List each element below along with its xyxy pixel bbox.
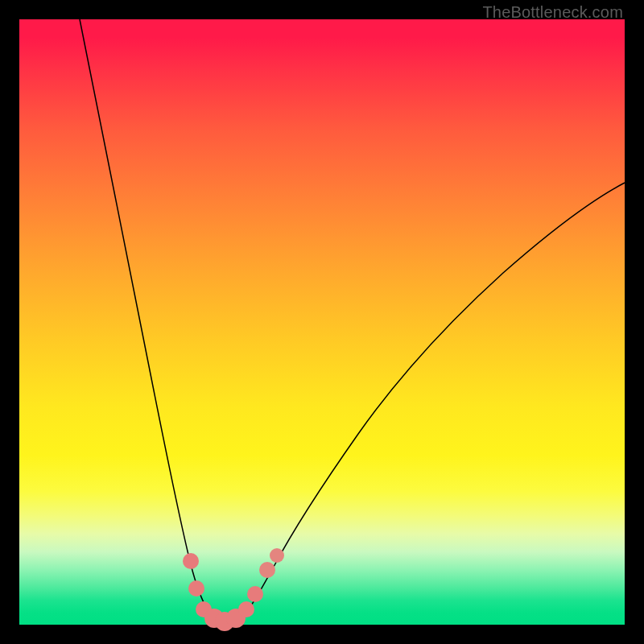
curve-markers [183,548,284,631]
marker-point [238,601,254,617]
chart-frame: TheBottleneck.com [0,0,644,644]
plot-area [19,19,625,625]
marker-point [270,548,284,563]
marker-point [183,553,199,569]
marker-point [188,580,204,597]
bottleneck-curve [80,19,625,621]
marker-point [259,562,275,578]
curve-svg [19,19,625,625]
marker-point [247,586,263,602]
